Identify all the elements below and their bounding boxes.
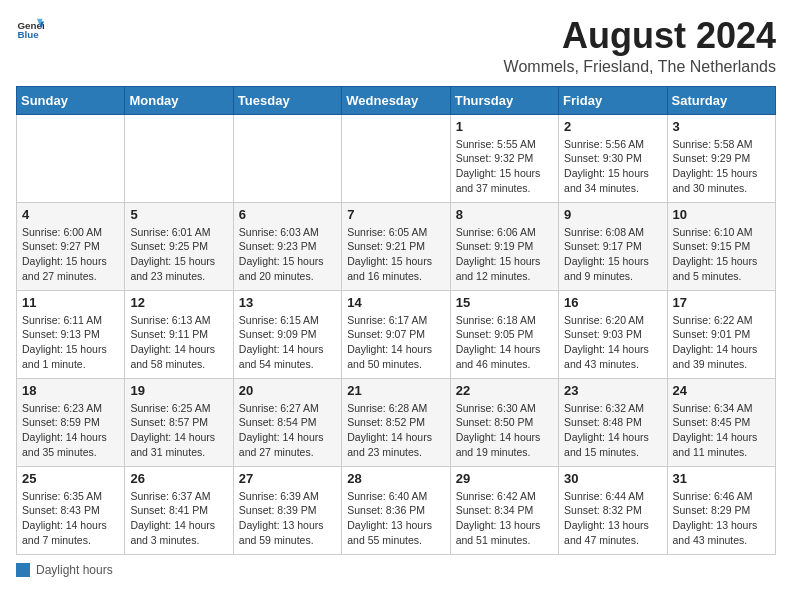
calendar-day-cell: 5Sunrise: 6:01 AM Sunset: 9:25 PM Daylig… bbox=[125, 202, 233, 290]
calendar-day-cell: 21Sunrise: 6:28 AM Sunset: 8:52 PM Dayli… bbox=[342, 378, 450, 466]
day-info: Sunrise: 6:27 AM Sunset: 8:54 PM Dayligh… bbox=[239, 401, 336, 460]
day-number: 18 bbox=[22, 383, 119, 398]
day-number: 13 bbox=[239, 295, 336, 310]
day-number: 25 bbox=[22, 471, 119, 486]
calendar-day-cell: 24Sunrise: 6:34 AM Sunset: 8:45 PM Dayli… bbox=[667, 378, 775, 466]
day-number: 6 bbox=[239, 207, 336, 222]
day-number: 4 bbox=[22, 207, 119, 222]
calendar-day-cell: 31Sunrise: 6:46 AM Sunset: 8:29 PM Dayli… bbox=[667, 466, 775, 554]
calendar-day-cell: 26Sunrise: 6:37 AM Sunset: 8:41 PM Dayli… bbox=[125, 466, 233, 554]
day-number: 9 bbox=[564, 207, 661, 222]
day-info: Sunrise: 6:35 AM Sunset: 8:43 PM Dayligh… bbox=[22, 489, 119, 548]
day-info: Sunrise: 5:58 AM Sunset: 9:29 PM Dayligh… bbox=[673, 137, 770, 196]
day-number: 8 bbox=[456, 207, 553, 222]
day-number: 21 bbox=[347, 383, 444, 398]
weekday-header-cell: Thursday bbox=[450, 86, 558, 114]
day-number: 16 bbox=[564, 295, 661, 310]
legend-label: Daylight hours bbox=[36, 563, 113, 577]
calendar-day-cell: 22Sunrise: 6:30 AM Sunset: 8:50 PM Dayli… bbox=[450, 378, 558, 466]
day-info: Sunrise: 6:03 AM Sunset: 9:23 PM Dayligh… bbox=[239, 225, 336, 284]
day-info: Sunrise: 6:22 AM Sunset: 9:01 PM Dayligh… bbox=[673, 313, 770, 372]
location-subtitle: Wommels, Friesland, The Netherlands bbox=[504, 58, 776, 76]
calendar-day-cell: 7Sunrise: 6:05 AM Sunset: 9:21 PM Daylig… bbox=[342, 202, 450, 290]
day-info: Sunrise: 6:46 AM Sunset: 8:29 PM Dayligh… bbox=[673, 489, 770, 548]
day-number: 30 bbox=[564, 471, 661, 486]
day-info: Sunrise: 6:30 AM Sunset: 8:50 PM Dayligh… bbox=[456, 401, 553, 460]
day-info: Sunrise: 6:13 AM Sunset: 9:11 PM Dayligh… bbox=[130, 313, 227, 372]
calendar-day-cell: 25Sunrise: 6:35 AM Sunset: 8:43 PM Dayli… bbox=[17, 466, 125, 554]
calendar-day-cell bbox=[125, 114, 233, 202]
day-number: 19 bbox=[130, 383, 227, 398]
day-number: 11 bbox=[22, 295, 119, 310]
weekday-header-cell: Sunday bbox=[17, 86, 125, 114]
day-number: 24 bbox=[673, 383, 770, 398]
day-number: 15 bbox=[456, 295, 553, 310]
calendar-day-cell: 27Sunrise: 6:39 AM Sunset: 8:39 PM Dayli… bbox=[233, 466, 341, 554]
day-number: 23 bbox=[564, 383, 661, 398]
day-number: 31 bbox=[673, 471, 770, 486]
day-number: 26 bbox=[130, 471, 227, 486]
calendar-day-cell: 20Sunrise: 6:27 AM Sunset: 8:54 PM Dayli… bbox=[233, 378, 341, 466]
calendar-week-row: 18Sunrise: 6:23 AM Sunset: 8:59 PM Dayli… bbox=[17, 378, 776, 466]
calendar-day-cell: 8Sunrise: 6:06 AM Sunset: 9:19 PM Daylig… bbox=[450, 202, 558, 290]
calendar-day-cell: 2Sunrise: 5:56 AM Sunset: 9:30 PM Daylig… bbox=[559, 114, 667, 202]
day-info: Sunrise: 6:15 AM Sunset: 9:09 PM Dayligh… bbox=[239, 313, 336, 372]
calendar-day-cell bbox=[342, 114, 450, 202]
title-area: August 2024 Wommels, Friesland, The Neth… bbox=[504, 16, 776, 76]
calendar-week-row: 4Sunrise: 6:00 AM Sunset: 9:27 PM Daylig… bbox=[17, 202, 776, 290]
day-number: 5 bbox=[130, 207, 227, 222]
day-info: Sunrise: 6:40 AM Sunset: 8:36 PM Dayligh… bbox=[347, 489, 444, 548]
day-number: 10 bbox=[673, 207, 770, 222]
calendar-table: SundayMondayTuesdayWednesdayThursdayFrid… bbox=[16, 86, 776, 555]
day-info: Sunrise: 5:55 AM Sunset: 9:32 PM Dayligh… bbox=[456, 137, 553, 196]
day-info: Sunrise: 6:42 AM Sunset: 8:34 PM Dayligh… bbox=[456, 489, 553, 548]
day-info: Sunrise: 6:25 AM Sunset: 8:57 PM Dayligh… bbox=[130, 401, 227, 460]
calendar-day-cell: 17Sunrise: 6:22 AM Sunset: 9:01 PM Dayli… bbox=[667, 290, 775, 378]
day-number: 3 bbox=[673, 119, 770, 134]
calendar-day-cell: 10Sunrise: 6:10 AM Sunset: 9:15 PM Dayli… bbox=[667, 202, 775, 290]
month-title: August 2024 bbox=[504, 16, 776, 56]
legend-color-box bbox=[16, 563, 30, 577]
day-info: Sunrise: 6:11 AM Sunset: 9:13 PM Dayligh… bbox=[22, 313, 119, 372]
calendar-day-cell: 28Sunrise: 6:40 AM Sunset: 8:36 PM Dayli… bbox=[342, 466, 450, 554]
day-number: 28 bbox=[347, 471, 444, 486]
day-info: Sunrise: 6:17 AM Sunset: 9:07 PM Dayligh… bbox=[347, 313, 444, 372]
svg-text:Blue: Blue bbox=[17, 29, 39, 40]
weekday-header-cell: Tuesday bbox=[233, 86, 341, 114]
calendar-week-row: 11Sunrise: 6:11 AM Sunset: 9:13 PM Dayli… bbox=[17, 290, 776, 378]
day-info: Sunrise: 6:28 AM Sunset: 8:52 PM Dayligh… bbox=[347, 401, 444, 460]
logo-icon: General Blue bbox=[16, 16, 44, 44]
calendar-day-cell: 12Sunrise: 6:13 AM Sunset: 9:11 PM Dayli… bbox=[125, 290, 233, 378]
calendar-day-cell: 14Sunrise: 6:17 AM Sunset: 9:07 PM Dayli… bbox=[342, 290, 450, 378]
day-number: 17 bbox=[673, 295, 770, 310]
day-info: Sunrise: 6:37 AM Sunset: 8:41 PM Dayligh… bbox=[130, 489, 227, 548]
day-info: Sunrise: 6:44 AM Sunset: 8:32 PM Dayligh… bbox=[564, 489, 661, 548]
day-number: 14 bbox=[347, 295, 444, 310]
day-number: 29 bbox=[456, 471, 553, 486]
calendar-header-row: SundayMondayTuesdayWednesdayThursdayFrid… bbox=[17, 86, 776, 114]
calendar-day-cell: 4Sunrise: 6:00 AM Sunset: 9:27 PM Daylig… bbox=[17, 202, 125, 290]
day-number: 22 bbox=[456, 383, 553, 398]
calendar-day-cell: 3Sunrise: 5:58 AM Sunset: 9:29 PM Daylig… bbox=[667, 114, 775, 202]
calendar-day-cell: 15Sunrise: 6:18 AM Sunset: 9:05 PM Dayli… bbox=[450, 290, 558, 378]
day-info: Sunrise: 6:32 AM Sunset: 8:48 PM Dayligh… bbox=[564, 401, 661, 460]
day-info: Sunrise: 6:20 AM Sunset: 9:03 PM Dayligh… bbox=[564, 313, 661, 372]
day-info: Sunrise: 6:06 AM Sunset: 9:19 PM Dayligh… bbox=[456, 225, 553, 284]
calendar-body: 1Sunrise: 5:55 AM Sunset: 9:32 PM Daylig… bbox=[17, 114, 776, 554]
day-number: 20 bbox=[239, 383, 336, 398]
calendar-week-row: 1Sunrise: 5:55 AM Sunset: 9:32 PM Daylig… bbox=[17, 114, 776, 202]
day-info: Sunrise: 5:56 AM Sunset: 9:30 PM Dayligh… bbox=[564, 137, 661, 196]
day-info: Sunrise: 6:01 AM Sunset: 9:25 PM Dayligh… bbox=[130, 225, 227, 284]
weekday-header-cell: Wednesday bbox=[342, 86, 450, 114]
calendar-week-row: 25Sunrise: 6:35 AM Sunset: 8:43 PM Dayli… bbox=[17, 466, 776, 554]
day-number: 2 bbox=[564, 119, 661, 134]
day-info: Sunrise: 6:23 AM Sunset: 8:59 PM Dayligh… bbox=[22, 401, 119, 460]
calendar-day-cell: 1Sunrise: 5:55 AM Sunset: 9:32 PM Daylig… bbox=[450, 114, 558, 202]
legend: Daylight hours bbox=[16, 563, 776, 577]
calendar-day-cell: 23Sunrise: 6:32 AM Sunset: 8:48 PM Dayli… bbox=[559, 378, 667, 466]
weekday-header-cell: Saturday bbox=[667, 86, 775, 114]
logo: General Blue bbox=[16, 16, 44, 44]
calendar-day-cell: 13Sunrise: 6:15 AM Sunset: 9:09 PM Dayli… bbox=[233, 290, 341, 378]
day-number: 1 bbox=[456, 119, 553, 134]
calendar-day-cell: 30Sunrise: 6:44 AM Sunset: 8:32 PM Dayli… bbox=[559, 466, 667, 554]
